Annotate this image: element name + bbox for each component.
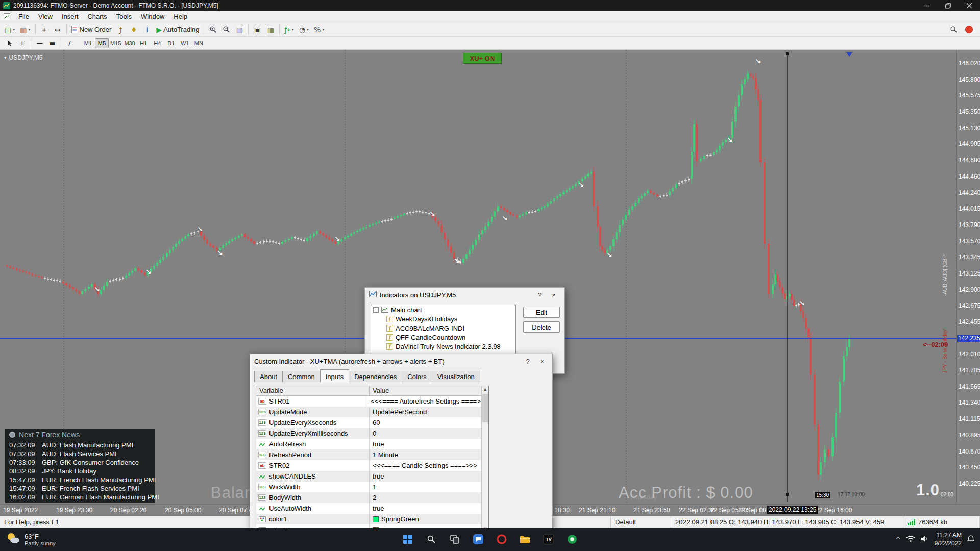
wifi-icon[interactable] (906, 535, 915, 544)
variable-value[interactable]: 0 (373, 430, 376, 437)
timeframe-mn[interactable]: MN (192, 38, 206, 48)
variable-value[interactable]: 60 (373, 419, 380, 427)
pan-tool-button[interactable]: ↔ (51, 23, 64, 36)
tab-colors[interactable]: Colors (402, 371, 432, 382)
variable-value[interactable]: 1 (373, 483, 376, 491)
timeframe-m5[interactable]: M5 (95, 38, 109, 48)
hline-tool-button[interactable]: — (33, 38, 46, 48)
menu-tools[interactable]: Tools (112, 12, 136, 21)
indicator-item-weekdays-holidays[interactable]: ƒWeekDays&Holidays (371, 314, 515, 323)
close-button[interactable] (959, 0, 980, 11)
scrollbar-thumb[interactable] (482, 394, 488, 422)
input-row-updatemode[interactable]: 123UpdateModeUpdatePerSecond (256, 407, 488, 417)
restore-button[interactable] (937, 0, 959, 11)
tab-visualization[interactable]: Visualization (432, 371, 480, 382)
start-icon[interactable] (399, 530, 417, 548)
tab-about[interactable]: About (254, 371, 283, 382)
zoom-in-button[interactable] (206, 23, 219, 36)
new-chart-button[interactable]: ▤▾ (2, 23, 17, 36)
add-indicator-button[interactable]: ƒ+▾ (282, 23, 296, 36)
status-profile[interactable]: Default (611, 516, 671, 528)
menu-view[interactable]: View (34, 12, 57, 21)
variable-value[interactable]: true (373, 440, 384, 448)
variable-value[interactable]: UpdatePerSecond (373, 408, 427, 416)
tray-chevron-icon[interactable]: ^ (896, 536, 901, 543)
trendline-tool-button[interactable]: / (63, 38, 76, 48)
opera-icon[interactable] (493, 530, 511, 548)
autotrading-button[interactable]: ▶AutoTrading (154, 23, 202, 36)
indicator-item-qff-candlecountdown[interactable]: ƒQFF-CandleCountdown (371, 333, 515, 342)
variable-value[interactable]: <<<==== Candle Settings ====>>> (373, 462, 477, 469)
input-row-bodywidth[interactable]: 123BodyWidth2 (256, 492, 488, 503)
search-icon[interactable] (947, 23, 960, 36)
scrollbar[interactable]: ▲ ▼ (481, 386, 488, 532)
xu-on-badge[interactable]: XU+ ON (463, 53, 502, 64)
input-row-updateeveryxseconds[interactable]: 123UpdateEveryXseconds60 (256, 417, 488, 428)
timeframe-m15[interactable]: M15 (109, 38, 122, 48)
input-row-showcandles[interactable]: showCANDLEStrue (256, 471, 488, 482)
tab-inputs[interactable]: Inputs (320, 369, 349, 382)
help-button[interactable]: ? (533, 290, 546, 300)
cross-tool-button[interactable]: + (38, 23, 51, 36)
arrange-windows-button[interactable]: ▣ (251, 23, 264, 36)
price-scale[interactable]: 146.020145.800145.575145.350145.130144.9… (957, 50, 980, 504)
input-row-refreshperiod[interactable]: 123RefreshPeriod1 Minute (256, 449, 488, 460)
menu-help[interactable]: Help (169, 12, 192, 21)
variable-value[interactable]: true (373, 472, 384, 480)
indicators-dialog-titlebar[interactable]: Indicators on USDJPY,M5 ? × (365, 288, 564, 302)
market-info-button[interactable]: i (140, 23, 154, 36)
edit-button[interactable]: Edit (523, 307, 560, 318)
chart-symbol-label[interactable]: ▾ USDJPY,M5 (4, 54, 42, 61)
notification-bell-icon[interactable] (967, 535, 975, 545)
input-row-wickwidth[interactable]: 123WickWidth1 (256, 482, 488, 492)
delete-button[interactable]: Delete (523, 321, 560, 333)
input-row-str02[interactable]: abSTR02<<<==== Candle Settings ====>>> (256, 460, 488, 471)
browser-green-icon[interactable] (563, 530, 581, 548)
title-bar[interactable]: 2091136394: FTMO-Server - Demo Account -… (0, 0, 980, 11)
indicator-item-acc9balcmarg-indi[interactable]: ƒACC9BALcMARG-INDI (371, 323, 515, 333)
input-row-useautowidth[interactable]: UseAutoWidthtrue (256, 503, 488, 514)
cursor-tool-button[interactable] (3, 38, 16, 48)
task-view-icon[interactable] (446, 530, 464, 548)
close-icon[interactable]: × (548, 290, 560, 300)
timeframe-m1[interactable]: M1 (81, 38, 95, 48)
menu-insert[interactable]: Insert (57, 12, 83, 21)
explorer-icon[interactable] (516, 530, 534, 548)
new-order-button[interactable]: New Order (69, 23, 114, 36)
tab-dependencies[interactable]: Dependencies (349, 371, 402, 382)
tree-item-main-chart[interactable]: -Main chart (371, 305, 515, 314)
crosshair-tool-button[interactable]: + (16, 38, 29, 48)
input-row-str01[interactable]: abSTR01<<<==== Autorefresh Settings ====… (256, 396, 488, 407)
variable-value[interactable]: 1 Minute (373, 451, 398, 459)
input-row-updateeveryxmilliseconds[interactable]: 123UpdateEveryXmilliseconds0 (256, 428, 488, 439)
collapse-icon[interactable]: - (373, 307, 379, 313)
taskbar-clock[interactable]: 11:27 AM 9/22/2022 (935, 532, 962, 547)
tab-common[interactable]: Common (282, 371, 321, 382)
timeframe-d1[interactable]: D1 (164, 38, 178, 48)
timeframe-w1[interactable]: W1 (178, 38, 192, 48)
expert-advisors-button[interactable]: ƒ (114, 23, 127, 36)
variable-value[interactable]: SpringGreen (381, 515, 419, 523)
input-row-color1[interactable]: color1SpringGreen (256, 514, 488, 524)
tile-windows-button[interactable]: ▦ (233, 23, 246, 36)
input-row-autorefresh[interactable]: AutoRefreshtrue (256, 439, 488, 449)
variable-value[interactable]: true (373, 505, 384, 512)
variable-value[interactable]: <<<==== Autorefresh Settings ====>>> (371, 397, 488, 405)
timeframe-h1[interactable]: H1 (137, 38, 151, 48)
menu-charts[interactable]: Charts (83, 12, 111, 21)
periods-button[interactable]: ◔▾ (297, 23, 311, 36)
speaker-icon[interactable] (920, 535, 929, 544)
variable-value[interactable]: 2 (373, 494, 376, 502)
account-icon[interactable] (965, 26, 973, 33)
indicator-item-davinci-truly-news-indicator-2-3-98[interactable]: ƒDaVinci Truly News Indicator 2.3.98 (371, 342, 515, 351)
tradingview-icon[interactable]: TV (540, 530, 558, 548)
help-button[interactable]: ? (522, 356, 534, 366)
weather-widget[interactable]: 63°F Partly sunny (5, 531, 56, 547)
close-icon[interactable]: × (536, 356, 548, 366)
scroll-up-icon[interactable]: ▲ (482, 386, 488, 393)
zoom-out-button[interactable] (219, 23, 233, 36)
custom-dialog-titlebar[interactable]: Custom Indicator - XU+TMA (aurorefresh +… (250, 354, 552, 368)
profiles-button[interactable]: ▥▾ (17, 23, 33, 36)
timeframe-h4[interactable]: H4 (151, 38, 164, 48)
templates-button[interactable]: %▾ (311, 23, 327, 36)
